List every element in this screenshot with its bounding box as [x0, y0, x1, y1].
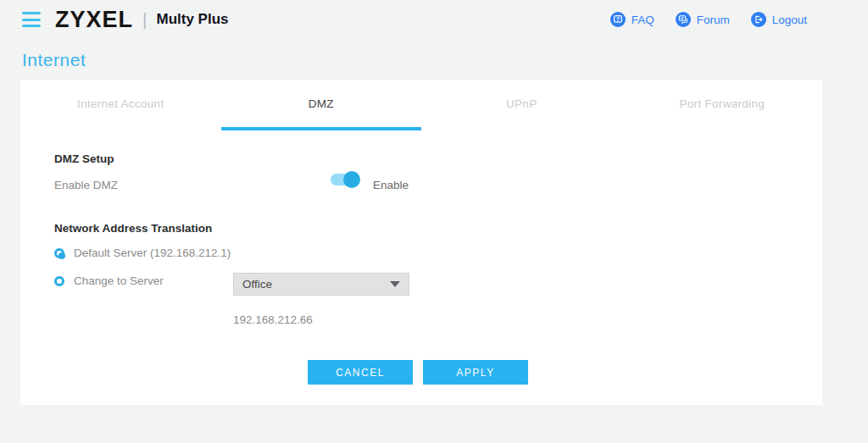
brand-divider: |: [142, 9, 147, 30]
forum-icon: [676, 12, 691, 27]
logout-label: Logout: [772, 14, 807, 26]
change-server-label: Change to Server: [74, 274, 164, 287]
brand-logo: ZYXEL: [55, 7, 133, 33]
logout-icon: [751, 12, 766, 27]
forum-label: Forum: [697, 14, 730, 26]
toggle-knob: [343, 171, 360, 188]
hamburger-menu-icon[interactable]: [22, 12, 41, 27]
nat-heading: Network Address Translation: [54, 222, 212, 235]
enable-dmz-toggle[interactable]: [331, 174, 359, 186]
server-ip-value: 192.168.212.66: [233, 313, 313, 326]
tab-internet-account[interactable]: Internet Account: [20, 80, 221, 130]
dmz-setup-heading: DMZ Setup: [54, 152, 114, 165]
change-server-option[interactable]: Change to Server: [54, 274, 164, 287]
faq-link[interactable]: ? FAQ: [610, 12, 654, 27]
top-bar: ZYXEL | Multy Plus ? FAQ: [0, 0, 868, 39]
svg-text:?: ?: [616, 16, 620, 22]
server-select[interactable]: Office: [233, 273, 409, 296]
apply-button[interactable]: APPLY: [423, 360, 528, 385]
page-title: Internet: [22, 50, 86, 70]
product-name: Multy Plus: [156, 11, 228, 28]
cancel-button[interactable]: CANCEL: [308, 360, 413, 385]
tab-upnp[interactable]: UPnP: [421, 80, 622, 130]
header-links: ? FAQ Forum: [610, 12, 807, 27]
tab-port-forwarding[interactable]: Port Forwarding: [622, 80, 823, 130]
faq-icon: ?: [610, 12, 626, 27]
change-server-radio[interactable]: [54, 276, 64, 286]
default-server-radio[interactable]: [54, 248, 64, 258]
enable-dmz-label: Enable DMZ: [54, 179, 118, 191]
logout-link[interactable]: Logout: [751, 12, 807, 27]
settings-card: Internet Account DMZ UPnP Port Forwardin…: [20, 80, 822, 405]
tab-dmz[interactable]: DMZ: [221, 80, 422, 130]
chevron-down-icon: [390, 281, 400, 287]
faq-label: FAQ: [632, 14, 654, 26]
enable-dmz-toggle-wrap: [331, 174, 359, 186]
toggle-state-label: Enable: [373, 179, 409, 191]
server-select-value: Office: [242, 278, 272, 291]
forum-link[interactable]: Forum: [676, 12, 730, 27]
default-server-option[interactable]: Default Server (192.168.212.1): [54, 246, 231, 259]
action-buttons: CANCEL APPLY: [308, 360, 528, 385]
default-server-label: Default Server (192.168.212.1): [74, 246, 231, 259]
tab-bar: Internet Account DMZ UPnP Port Forwardin…: [20, 80, 822, 130]
